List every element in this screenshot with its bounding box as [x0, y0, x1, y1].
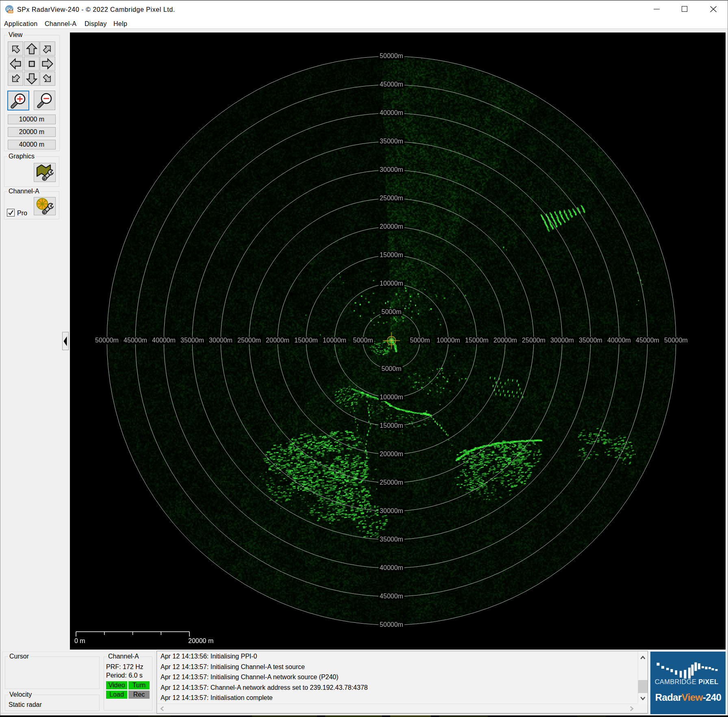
svg-text:CAMBRIDGE PiXEL: CAMBRIDGE PiXEL [655, 678, 719, 685]
svg-text:240: 240 [9, 11, 13, 13]
svg-text:RadarView-240: RadarView-240 [655, 692, 721, 703]
